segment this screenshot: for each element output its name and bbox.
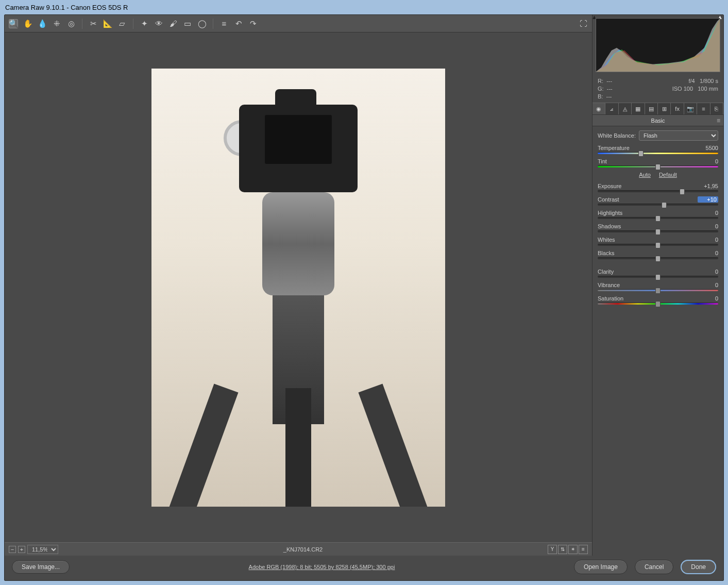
- toolbar: 🔍 ✋ 💧 ⁜ ◎ ✂ 📐 ▱ ✦ 👁 🖌 ▭ ◯ ≡: [5, 15, 592, 32]
- temperature-value[interactable]: 5500: [698, 145, 718, 151]
- compare-icons: Y ⇅ ✶ ≡: [548, 545, 588, 554]
- tab-snapshots-icon[interactable]: ⎘: [710, 103, 723, 114]
- tab-lens-icon[interactable]: ⊞: [658, 103, 671, 114]
- zoom-select[interactable]: 11,5%: [27, 545, 58, 554]
- image-preview[interactable]: [151, 69, 445, 507]
- panel-menu-icon[interactable]: ≡: [717, 117, 720, 124]
- vibrance-slider[interactable]: [598, 289, 718, 291]
- tab-basic-icon[interactable]: ◉: [592, 103, 605, 114]
- tab-hsl-icon[interactable]: ▦: [632, 103, 645, 114]
- zoom-in-button[interactable]: +: [18, 546, 25, 553]
- tint-label: Tint: [598, 158, 607, 164]
- whites-label: Whites: [598, 237, 615, 243]
- temperature-slider[interactable]: [598, 152, 718, 154]
- white-balance-select[interactable]: Flash: [639, 130, 718, 141]
- saturation-slider[interactable]: [598, 303, 718, 305]
- spot-removal-icon[interactable]: ✦: [140, 19, 149, 28]
- tab-fx-icon[interactable]: fx: [671, 103, 684, 114]
- saturation-value[interactable]: 0: [698, 295, 718, 302]
- auto-link[interactable]: Auto: [639, 172, 651, 178]
- zoom-out-button[interactable]: −: [9, 546, 16, 553]
- b-label: B:: [598, 93, 603, 99]
- transform-tool-icon[interactable]: ▱: [117, 19, 127, 28]
- app-frame: 🔍 ✋ 💧 ⁜ ◎ ✂ 📐 ▱ ✦ 👁 🖌 ▭ ◯ ≡: [4, 14, 724, 581]
- crop-tool-icon[interactable]: ✂: [89, 19, 98, 28]
- hand-tool-icon[interactable]: ✋: [23, 19, 32, 28]
- tab-split-icon[interactable]: ▤: [645, 103, 658, 114]
- highlights-slider[interactable]: [598, 217, 718, 219]
- filename-label: _KNJ7014.CR2: [62, 546, 544, 553]
- radial-filter-icon[interactable]: ◯: [197, 19, 207, 28]
- b-value: ---: [606, 93, 612, 99]
- slider-thumb[interactable]: [655, 229, 661, 235]
- zoom-controls: − + 11,5%: [9, 545, 58, 554]
- contrast-value[interactable]: +10: [698, 196, 718, 203]
- highlights-value[interactable]: 0: [698, 210, 718, 216]
- rotate-cw-icon[interactable]: ↷: [248, 19, 258, 28]
- exposure-slider[interactable]: [598, 190, 718, 192]
- workflow-options-link[interactable]: Adobe RGB (1998); 8 bit; 5505 by 8258 (4…: [70, 564, 574, 570]
- copy-settings-icon[interactable]: ✶: [568, 545, 578, 554]
- slider-thumb[interactable]: [655, 164, 661, 170]
- blacks-slider[interactable]: [598, 257, 718, 259]
- footer: Save Image... Adobe RGB (1998); 8 bit; 5…: [5, 556, 723, 580]
- exposure-value[interactable]: +1,95: [698, 183, 718, 189]
- redeye-icon[interactable]: 👁: [154, 19, 163, 28]
- before-after-y-icon[interactable]: Y: [548, 545, 557, 554]
- graduated-filter-icon[interactable]: ▭: [183, 19, 192, 28]
- open-image-button[interactable]: Open Image: [574, 560, 628, 574]
- slider-thumb[interactable]: [655, 215, 661, 222]
- focal-value: 100 mm: [698, 86, 718, 92]
- color-sampler-icon[interactable]: ⁜: [52, 19, 61, 28]
- tint-value[interactable]: 0: [698, 158, 718, 164]
- tint-slider[interactable]: [598, 165, 718, 168]
- separator: [133, 19, 133, 29]
- clarity-label: Clarity: [598, 269, 614, 275]
- adjustment-brush-icon[interactable]: 🖌: [168, 19, 178, 28]
- slider-thumb[interactable]: [655, 274, 661, 280]
- preview-bottom-bar: − + 11,5% _KNJ7014.CR2 Y ⇅ ✶ ≡: [5, 542, 592, 556]
- shadows-value[interactable]: 0: [698, 223, 718, 229]
- vibrance-value[interactable]: 0: [698, 282, 718, 288]
- window: Camera Raw 9.10.1 - Canon EOS 5DS R 🔍 ✋ …: [0, 0, 728, 585]
- slider-thumb[interactable]: [655, 301, 661, 307]
- rotate-ccw-icon[interactable]: ↶: [234, 19, 243, 28]
- save-image-button[interactable]: Save Image...: [12, 560, 70, 574]
- slider-thumb[interactable]: [655, 242, 661, 248]
- done-button[interactable]: Done: [681, 560, 716, 574]
- shadows-slider[interactable]: [598, 230, 718, 232]
- histogram[interactable]: [596, 18, 720, 72]
- slider-thumb[interactable]: [655, 256, 661, 262]
- panel-title: Basic: [651, 118, 665, 124]
- straighten-tool-icon[interactable]: 📐: [103, 19, 112, 28]
- slider-thumb[interactable]: [662, 202, 667, 208]
- swap-icon[interactable]: ⇅: [558, 545, 567, 554]
- r-value: ---: [606, 78, 612, 84]
- fullscreen-icon[interactable]: ⛶: [579, 19, 588, 28]
- whites-value[interactable]: 0: [698, 237, 718, 243]
- slider-thumb[interactable]: [638, 151, 644, 157]
- targeted-adjustment-icon[interactable]: ◎: [66, 19, 76, 28]
- tab-detail-icon[interactable]: ◬: [619, 103, 632, 114]
- slider-thumb[interactable]: [655, 288, 661, 294]
- panel-tabs: ◉ ⦞ ◬ ▦ ▤ ⊞ fx 📷 ≡ ⎘: [592, 103, 723, 115]
- settings-toggle-icon[interactable]: ≡: [579, 545, 588, 554]
- cancel-button[interactable]: Cancel: [635, 560, 673, 574]
- shadows-label: Shadows: [598, 223, 621, 229]
- window-title: Camera Raw 9.10.1 - Canon EOS 5DS R: [5, 4, 128, 11]
- tab-curve-icon[interactable]: ⦞: [605, 103, 618, 114]
- zoom-tool-icon[interactable]: 🔍: [9, 19, 18, 28]
- temperature-label: Temperature: [598, 145, 630, 151]
- clarity-slider[interactable]: [598, 276, 718, 278]
- clarity-value[interactable]: 0: [698, 269, 718, 275]
- blacks-value[interactable]: 0: [698, 250, 718, 256]
- preferences-list-icon[interactable]: ≡: [219, 19, 229, 28]
- white-balance-eyedropper-icon[interactable]: 💧: [38, 19, 47, 28]
- slider-thumb[interactable]: [680, 189, 685, 195]
- whites-slider[interactable]: [598, 244, 718, 246]
- contrast-slider[interactable]: [598, 204, 718, 206]
- default-link[interactable]: Default: [659, 172, 677, 178]
- preview-area[interactable]: [5, 32, 592, 542]
- tab-camera-icon[interactable]: 📷: [684, 103, 697, 114]
- tab-presets-icon[interactable]: ≡: [697, 103, 710, 114]
